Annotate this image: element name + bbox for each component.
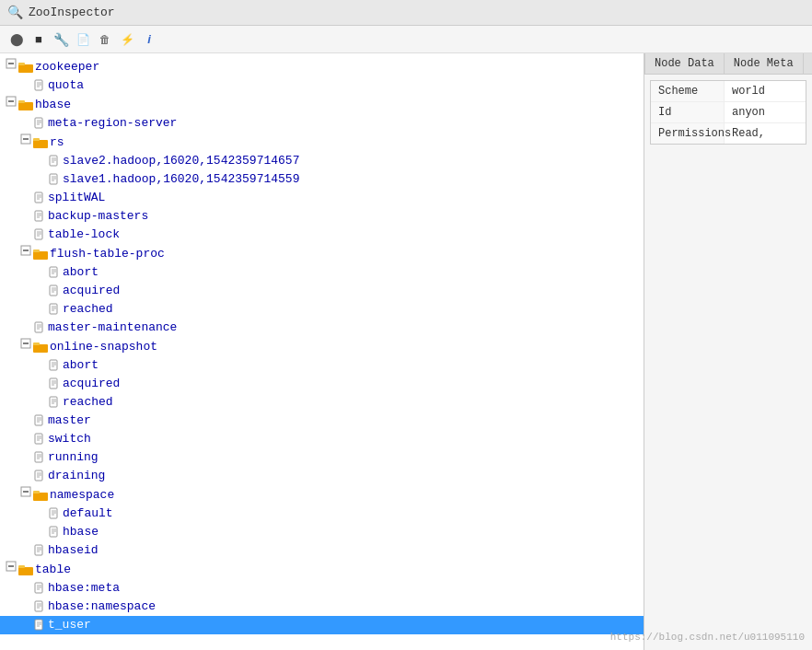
tree-item-namespace[interactable]: namespace [0,485,644,505]
svg-rect-32 [35,211,42,221]
svg-rect-20 [50,156,57,166]
tree-item-os-acquired[interactable]: acquired [0,375,644,393]
svg-rect-116 [35,601,42,611]
svg-rect-110 [18,567,33,575]
item-label-ftp-acquired: acquired [63,283,120,299]
item-label-slave2: slave2.hadoop,16020,1542359714657 [63,153,299,169]
props-row-permissions: Permissions Read, [651,123,806,144]
svg-rect-100 [50,527,57,537]
file-icon-master-maintenance [33,321,46,334]
tree-item-ftp-acquired[interactable]: acquired [0,282,644,300]
tree-item-quota[interactable]: quota [0,76,644,95]
delete-node-button[interactable]: 🗑 [96,30,114,49]
refresh-button[interactable]: ⚡ [118,30,136,49]
file-icon-switch [33,433,46,446]
folder-icon-namespace [33,489,48,502]
tab-header: Node Data Node Meta [644,53,812,75]
properties-table: Scheme world Id anyon Permissions Read, [650,80,806,145]
tree-item-table-lock[interactable]: table-lock [0,226,644,244]
toggle-icon-table[interactable] [6,561,17,578]
tree-item-running[interactable]: running [0,448,644,467]
svg-rect-56 [35,322,42,332]
svg-rect-84 [35,452,42,462]
file-icon-os-abort [48,359,61,372]
tree-item-meta-region-server[interactable]: meta-region-server [0,114,644,133]
tree-item-splitWAL[interactable]: splitWAL [0,189,644,207]
tree-item-online-snapshot[interactable]: online-snapshot [0,337,644,356]
file-icon-ns-hbase [48,526,61,539]
svg-rect-88 [35,470,42,481]
file-icon-hbaseid [33,544,46,557]
tree-item-master-maintenance[interactable]: master-maintenance [0,319,644,337]
item-label-switch: switch [48,431,91,447]
close-button[interactable]: ⬤ [7,30,26,49]
toggle-icon-rs[interactable] [20,133,31,151]
folder-icon-online-snapshot [33,341,48,354]
svg-rect-11 [18,100,25,103]
folder-icon-table [18,563,33,576]
file-icon-ftp-abort [48,266,61,279]
add-node-button[interactable]: 📄 [74,30,92,49]
tree-item-os-abort[interactable]: abort [0,356,644,375]
item-label-ftp-abort: abort [63,264,99,281]
tree-item-t-namespace[interactable]: hbase:namespace [0,598,644,616]
tree-item-os-reached[interactable]: reached [0,393,644,412]
tree-item-master[interactable]: master [0,412,644,430]
tab-node-data[interactable]: Node Data [644,53,725,74]
tree-item-ftp-abort[interactable]: abort [0,263,644,282]
svg-rect-111 [18,565,25,568]
svg-rect-63 [33,342,40,345]
id-label: Id [651,102,725,122]
item-label-t-meta: hbase:meta [48,580,120,597]
info-button[interactable]: i [140,30,158,49]
svg-rect-28 [35,192,42,203]
permissions-label: Permissions [651,123,725,144]
item-label-master-maintenance: master-maintenance [48,319,177,336]
svg-rect-104 [35,545,42,555]
toggle-icon-namespace[interactable] [20,486,31,504]
tree-panel[interactable]: zookeeper quota hbase meta-region-server… [0,53,644,650]
toggle-icon-online-snapshot[interactable] [20,338,31,355]
toggle-icon-hbase[interactable] [6,96,17,113]
file-icon-draining [33,470,46,482]
tree-item-ns-hbase[interactable]: hbase [0,523,644,541]
item-label-flush-table-proc: flush-table-proc [50,246,165,262]
svg-rect-48 [50,285,57,296]
item-label-ftp-reached: reached [63,301,113,318]
file-icon-t-meta [33,582,46,595]
tree-item-t-meta[interactable]: hbase:meta [0,579,644,598]
file-icon-ftp-acquired [48,284,61,297]
tree-item-hbase[interactable]: hbase [0,95,644,114]
tree-item-rs[interactable]: rs [0,133,644,152]
tree-item-switch[interactable]: switch [0,430,644,448]
svg-rect-18 [33,140,48,148]
svg-rect-72 [50,397,57,407]
props-row-scheme: Scheme world [651,81,806,102]
stop-button[interactable]: ■ [29,30,48,49]
file-icon-slave1 [48,173,61,186]
item-label-t-namespace: hbase:namespace [48,598,156,615]
folder-icon-zookeeper [18,61,33,74]
toggle-icon-flush-table-proc[interactable] [20,245,31,262]
tree-item-ns-default[interactable]: default [0,505,644,523]
tree-item-hbaseid[interactable]: hbaseid [0,541,644,560]
scheme-value: world [725,81,806,101]
svg-rect-43 [33,250,40,252]
tree-item-table[interactable]: table [0,560,644,579]
tab-node-meta[interactable]: Node Meta [725,53,804,74]
toggle-icon-zookeeper[interactable] [6,58,17,75]
tree-item-t-user[interactable]: t_user [0,616,644,634]
item-label-ns-hbase: hbase [63,524,99,540]
props-row-id: Id anyon [651,102,806,123]
tree-item-flush-table-proc[interactable]: flush-table-proc [0,244,644,263]
tree-item-ftp-reached[interactable]: reached [0,300,644,319]
tree-item-slave1[interactable]: slave1.hadoop,16020,1542359714559 [0,170,644,189]
tree-item-draining[interactable]: draining [0,467,644,485]
tree-item-zookeeper[interactable]: zookeeper [0,57,644,76]
file-icon-master [33,414,46,427]
tree-item-slave2[interactable]: slave2.hadoop,16020,1542359714657 [0,152,644,170]
id-value: anyon [725,102,806,122]
tree-item-backup-masters[interactable]: backup-masters [0,207,644,226]
connect-button[interactable]: 🔧 [52,30,70,49]
file-icon-t-namespace [33,600,46,613]
